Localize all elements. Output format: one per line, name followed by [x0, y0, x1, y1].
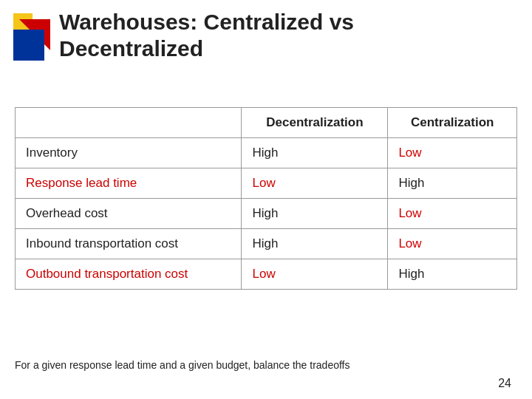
table-header-row: Decentralization Centralization	[16, 108, 517, 138]
centralization-value: Low	[388, 229, 517, 259]
footer-note: For a given response lead time and a giv…	[15, 359, 350, 371]
table-row: InventoryHighLow	[16, 138, 517, 168]
page-title: Warehouses: Centralized vs Decentralized	[59, 9, 517, 62]
row-label: Inventory	[16, 138, 242, 168]
row-label: Response lead time	[16, 168, 242, 199]
table-row: Overhead costHighLow	[16, 199, 517, 229]
decentralization-value: High	[242, 229, 388, 259]
centralization-value: Low	[388, 199, 517, 229]
centralization-value: High	[388, 168, 517, 199]
decentralization-value: Low	[242, 168, 388, 199]
table-row: Outbound transportation costLowHigh	[16, 259, 517, 290]
col-header-centralization: Centralization	[388, 108, 517, 138]
decentralization-value: Low	[242, 259, 388, 290]
title-block: Warehouses: Centralized vs Decentralized	[59, 9, 517, 62]
col-header-empty	[16, 108, 242, 138]
logo	[13, 13, 52, 66]
table-row: Response lead timeLowHigh	[16, 168, 517, 199]
row-label: Inbound transportation cost	[16, 229, 242, 259]
row-label: Outbound transportation cost	[16, 259, 242, 290]
decentralization-value: High	[242, 138, 388, 168]
centralization-value: Low	[388, 138, 517, 168]
centralization-value: High	[388, 259, 517, 290]
col-header-decentralization: Decentralization	[242, 108, 388, 138]
page-number: 24	[498, 377, 511, 390]
table-row: Inbound transportation costHighLow	[16, 229, 517, 259]
comparison-table: Decentralization Centralization Inventor…	[15, 107, 517, 290]
decentralization-value: High	[242, 199, 388, 229]
row-label: Overhead cost	[16, 199, 242, 229]
